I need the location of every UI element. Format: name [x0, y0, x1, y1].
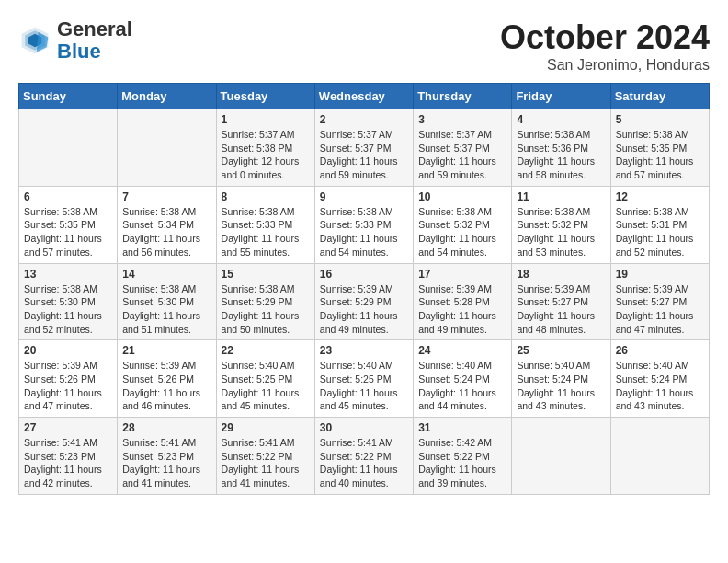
- day-info: Sunrise: 5:40 AMSunset: 5:24 PMDaylight:…: [616, 359, 704, 413]
- day-info-line: Sunset: 5:38 PM: [222, 143, 293, 154]
- day-number: 20: [24, 344, 112, 357]
- day-info-line: Sunrise: 5:38 AM: [24, 283, 97, 294]
- day-number: 18: [517, 268, 605, 281]
- day-number: 5: [616, 113, 704, 126]
- calendar-week-3: 13Sunrise: 5:38 AMSunset: 5:30 PMDayligh…: [19, 263, 710, 340]
- day-info-line: and 47 minutes.: [616, 324, 685, 335]
- day-number: 10: [418, 190, 506, 203]
- day-info-line: Sunrise: 5:39 AM: [320, 283, 393, 294]
- day-info-line: Daylight: 11 hours: [418, 155, 496, 167]
- day-info-line: Sunset: 5:30 PM: [24, 296, 96, 307]
- day-info-line: Sunrise: 5:37 AM: [320, 129, 393, 140]
- calendar-cell: 10Sunrise: 5:38 AMSunset: 5:32 PMDayligh…: [414, 186, 512, 263]
- day-number: 1: [222, 113, 310, 126]
- day-info-line: Sunset: 5:30 PM: [122, 296, 194, 307]
- day-info-line: and 43 minutes.: [517, 400, 586, 411]
- day-info-line: Sunrise: 5:38 AM: [517, 129, 590, 140]
- calendar-cell: 13Sunrise: 5:38 AMSunset: 5:30 PMDayligh…: [19, 263, 118, 340]
- day-info: Sunrise: 5:39 AMSunset: 5:28 PMDaylight:…: [418, 282, 506, 337]
- day-number: 2: [320, 113, 408, 126]
- calendar-table: SundayMondayTuesdayWednesdayThursdayFrid…: [18, 83, 710, 495]
- day-info-line: Sunset: 5:29 PM: [222, 296, 293, 307]
- day-info-line: Sunrise: 5:40 AM: [418, 360, 492, 371]
- day-info: Sunrise: 5:40 AMSunset: 5:25 PMDaylight:…: [320, 359, 408, 413]
- day-number: 3: [418, 113, 506, 126]
- day-info: Sunrise: 5:38 AMSunset: 5:35 PMDaylight:…: [616, 128, 704, 182]
- day-info-line: Daylight: 11 hours: [418, 233, 496, 244]
- calendar-week-5: 27Sunrise: 5:41 AMSunset: 5:23 PMDayligh…: [19, 418, 710, 495]
- day-info: Sunrise: 5:37 AMSunset: 5:37 PMDaylight:…: [320, 128, 408, 182]
- day-info-line: Sunrise: 5:39 AM: [616, 283, 689, 294]
- day-info-line: Sunrise: 5:39 AM: [122, 360, 196, 371]
- day-info-line: and 47 minutes.: [24, 400, 93, 411]
- calendar-cell: 5Sunrise: 5:38 AMSunset: 5:35 PMDaylight…: [610, 109, 709, 187]
- calendar-cell: 28Sunrise: 5:41 AMSunset: 5:23 PMDayligh…: [118, 418, 216, 495]
- day-info-line: and 59 minutes.: [320, 169, 389, 180]
- day-number: 7: [122, 190, 210, 203]
- column-header-wednesday: Wednesday: [314, 84, 413, 109]
- day-info: Sunrise: 5:38 AMSunset: 5:30 PMDaylight:…: [122, 282, 210, 337]
- day-info-line: and 59 minutes.: [418, 169, 487, 180]
- day-info-line: Daylight: 11 hours: [24, 310, 102, 321]
- day-number: 31: [418, 421, 506, 434]
- column-header-tuesday: Tuesday: [216, 84, 314, 109]
- day-info: Sunrise: 5:41 AMSunset: 5:23 PMDaylight:…: [122, 436, 210, 490]
- day-info-line: and 44 minutes.: [418, 400, 487, 411]
- calendar-cell: 29Sunrise: 5:41 AMSunset: 5:22 PMDayligh…: [216, 418, 314, 495]
- day-number: 29: [222, 421, 310, 434]
- day-number: 22: [222, 344, 310, 357]
- calendar-cell: 24Sunrise: 5:40 AMSunset: 5:24 PMDayligh…: [414, 340, 512, 418]
- day-info-line: Sunset: 5:28 PM: [418, 296, 490, 307]
- day-info-line: Daylight: 11 hours: [616, 387, 694, 398]
- calendar-cell: 31Sunrise: 5:42 AMSunset: 5:22 PMDayligh…: [414, 418, 512, 495]
- day-info-line: Sunset: 5:32 PM: [418, 219, 490, 230]
- day-info-line: Daylight: 11 hours: [122, 464, 200, 475]
- calendar-week-1: 1Sunrise: 5:37 AMSunset: 5:38 PMDaylight…: [19, 109, 710, 187]
- day-info-line: Sunrise: 5:38 AM: [122, 283, 196, 294]
- calendar-cell: 12Sunrise: 5:38 AMSunset: 5:31 PMDayligh…: [610, 186, 709, 263]
- day-info: Sunrise: 5:38 AMSunset: 5:32 PMDaylight:…: [517, 205, 605, 259]
- calendar-cell: [610, 418, 709, 495]
- day-number: 11: [517, 190, 605, 203]
- day-info-line: Sunrise: 5:41 AM: [122, 437, 196, 448]
- day-info-line: Sunrise: 5:41 AM: [24, 437, 97, 448]
- day-info-line: Sunrise: 5:38 AM: [222, 283, 295, 294]
- day-info-line: Daylight: 11 hours: [122, 233, 200, 244]
- calendar-cell: 3Sunrise: 5:37 AMSunset: 5:37 PMDaylight…: [414, 109, 512, 187]
- day-number: 27: [24, 421, 112, 434]
- day-info-line: Sunrise: 5:40 AM: [517, 360, 590, 371]
- calendar-cell: 11Sunrise: 5:38 AMSunset: 5:32 PMDayligh…: [512, 186, 610, 263]
- calendar-cell: [512, 418, 610, 495]
- day-info: Sunrise: 5:41 AMSunset: 5:22 PMDaylight:…: [222, 436, 310, 490]
- day-info-line: Sunset: 5:37 PM: [320, 143, 392, 154]
- day-info-line: and 51 minutes.: [122, 324, 191, 335]
- day-info-line: and 45 minutes.: [222, 400, 290, 411]
- day-info-line: Sunrise: 5:41 AM: [222, 437, 295, 448]
- day-info-line: and 41 minutes.: [222, 477, 290, 488]
- day-info-line: Sunrise: 5:40 AM: [222, 360, 295, 371]
- day-info-line: and 0 minutes.: [222, 169, 285, 180]
- day-info-line: Daylight: 11 hours: [517, 387, 595, 398]
- day-number: 30: [320, 421, 408, 434]
- title-block: October 2024 San Jeronimo, Honduras: [500, 18, 710, 74]
- header-row: SundayMondayTuesdayWednesdayThursdayFrid…: [19, 84, 710, 109]
- calendar-week-4: 20Sunrise: 5:39 AMSunset: 5:26 PMDayligh…: [19, 340, 710, 418]
- day-info-line: Daylight: 11 hours: [616, 155, 694, 167]
- day-info-line: and 39 minutes.: [418, 477, 487, 488]
- day-info: Sunrise: 5:40 AMSunset: 5:24 PMDaylight:…: [517, 359, 605, 413]
- column-header-monday: Monday: [118, 84, 216, 109]
- day-info-line: Sunrise: 5:40 AM: [616, 360, 689, 371]
- day-number: 21: [122, 344, 210, 357]
- logo-text: General Blue: [57, 18, 132, 63]
- month-title: October 2024: [500, 18, 710, 57]
- day-info-line: and 52 minutes.: [616, 247, 685, 258]
- day-info-line: Sunset: 5:29 PM: [320, 296, 392, 307]
- day-info-line: Daylight: 11 hours: [222, 233, 300, 244]
- day-info-line: and 56 minutes.: [122, 247, 191, 258]
- day-info-line: and 55 minutes.: [222, 247, 290, 258]
- calendar-body: 1Sunrise: 5:37 AMSunset: 5:38 PMDaylight…: [19, 109, 710, 495]
- day-info-line: Sunrise: 5:38 AM: [122, 206, 196, 217]
- column-header-sunday: Sunday: [19, 84, 118, 109]
- day-number: 4: [517, 113, 605, 126]
- column-header-saturday: Saturday: [610, 84, 709, 109]
